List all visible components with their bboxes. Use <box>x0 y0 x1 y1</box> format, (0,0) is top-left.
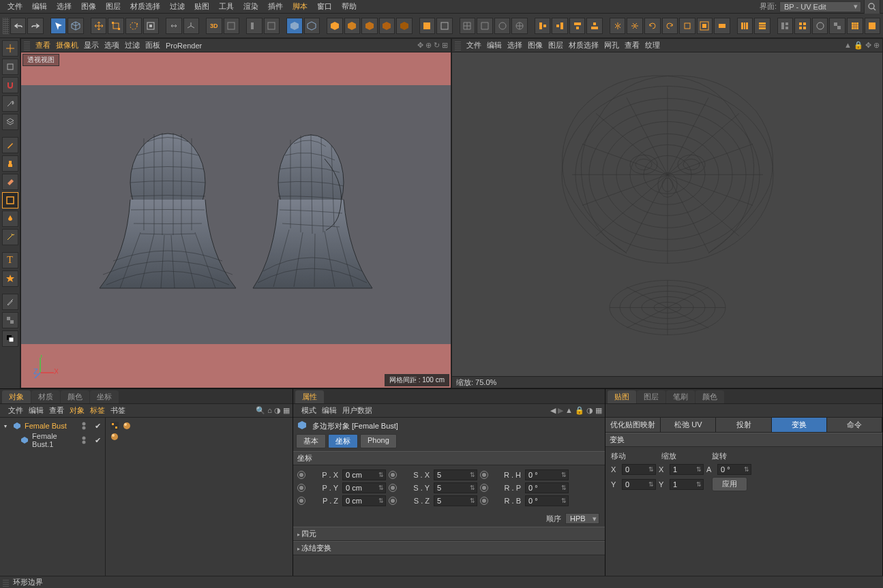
lt-layers-icon[interactable] <box>2 114 18 130</box>
field-move-y[interactable]: 0 <box>622 479 656 490</box>
prim-icon-5[interactable] <box>396 18 413 34</box>
menu-script[interactable]: 脚本 <box>288 1 312 12</box>
menu-texture[interactable]: 贴图 <box>190 1 214 12</box>
perspective-viewport[interactable]: 透视视图 <box>21 52 451 388</box>
search-icon[interactable] <box>864 0 880 15</box>
rotate-cw-icon[interactable] <box>644 18 661 34</box>
tag-list[interactable] <box>105 418 293 576</box>
attr-menu-mode[interactable]: 模式 <box>301 405 316 416</box>
btn-relax[interactable]: 松弛 UV <box>661 418 716 432</box>
align-icon-1[interactable] <box>535 18 551 34</box>
menu-image[interactable]: 图像 <box>76 1 101 12</box>
phong-tag-icon[interactable] <box>122 421 132 431</box>
menu-edit[interactable]: 编辑 <box>27 1 52 12</box>
live-select-icon[interactable] <box>50 18 67 34</box>
vp-grip[interactable] <box>24 41 30 50</box>
obj-search-icon[interactable]: 🔍 <box>256 406 265 415</box>
field-rb[interactable]: 0 ° <box>525 495 569 506</box>
axis-lock-icon[interactable] <box>166 18 182 34</box>
anim-dot[interactable] <box>389 471 397 479</box>
section-freeze[interactable]: 冻结变换 <box>293 541 605 555</box>
grid-icon-4[interactable] <box>511 18 528 34</box>
vp-menu-panel[interactable]: 面板 <box>145 40 160 50</box>
field-sz[interactable]: 5 <box>434 495 477 506</box>
object-enable-icon[interactable]: ✔ <box>95 422 101 431</box>
obj-home-icon[interactable]: ⌂ <box>267 406 272 415</box>
vp-menu-view[interactable]: 查看 <box>35 40 50 50</box>
uv-menu-file[interactable]: 文件 <box>466 40 481 50</box>
scale-icon[interactable] <box>108 18 124 34</box>
object-list[interactable]: ▾ Female Bust ✔ Female Bust.1 ✔ <box>0 418 105 576</box>
grid9-icon[interactable] <box>847 18 863 34</box>
attr-tab-phong[interactable]: Phong <box>360 434 397 448</box>
field-scale-y[interactable]: 1 <box>670 479 704 490</box>
uv-lock-icon[interactable]: 🔒 <box>854 41 863 50</box>
fit-icon-2[interactable] <box>697 18 713 34</box>
lt-checker-icon[interactable] <box>2 312 18 328</box>
object-row[interactable]: Female Bust.1 ✔ <box>3 431 102 449</box>
object-enable-icon[interactable]: ✔ <box>95 436 101 445</box>
prim-icon-2[interactable] <box>344 18 361 34</box>
lt-wand-icon[interactable] <box>2 229 18 245</box>
uv-menu-layer[interactable]: 图层 <box>548 40 563 50</box>
field-rh[interactable]: 0 ° <box>525 469 569 480</box>
lt-drop-icon[interactable] <box>2 211 18 227</box>
rotate-icon[interactable] <box>125 18 142 34</box>
attr-tab-basic[interactable]: 基本 <box>296 434 326 448</box>
menu-help[interactable]: 帮助 <box>337 1 361 12</box>
uv-viewport[interactable] <box>452 52 882 376</box>
uv-grip[interactable] <box>455 41 461 50</box>
layout-dropdown[interactable]: BP - UV Edit <box>779 1 861 12</box>
attr-menu-edit[interactable]: 编辑 <box>322 405 337 416</box>
prim-icon-3[interactable] <box>361 18 378 34</box>
attr-lock-icon[interactable]: 🔒 <box>575 406 584 415</box>
anim-dot[interactable] <box>297 497 305 505</box>
circle-icon[interactable] <box>812 18 828 34</box>
menu-window[interactable]: 窗口 <box>312 1 337 12</box>
align-icon-3[interactable] <box>569 18 586 34</box>
uvw-tag-icon[interactable] <box>110 421 119 431</box>
tab-texture[interactable]: 贴图 <box>608 390 636 403</box>
tab-objects[interactable]: 对象 <box>2 390 31 403</box>
attr-menu-icon[interactable]: ▦ <box>595 406 602 415</box>
obj-eye-icon[interactable]: ◑ <box>274 406 281 415</box>
uv-icon-1[interactable]: ▲ <box>844 41 852 50</box>
menu-select[interactable]: 选择 <box>52 1 76 12</box>
lt-move-icon[interactable] <box>2 40 18 57</box>
btn-optimize[interactable]: 优化贴图映射 <box>605 418 661 432</box>
anim-dot[interactable] <box>389 497 397 505</box>
object-name[interactable]: Female Bust.1 <box>32 432 78 448</box>
tab-colors[interactable]: 颜色 <box>61 390 89 403</box>
uv-icon-4[interactable]: ⊕ <box>873 41 880 50</box>
grid-icon-3[interactable] <box>494 18 511 34</box>
lt-picker-icon[interactable] <box>2 294 18 310</box>
uv-menu-image[interactable]: 图像 <box>528 40 543 50</box>
fit-icon-1[interactable] <box>679 18 695 34</box>
menu-file[interactable]: 文件 <box>3 1 27 12</box>
uv-menu-edit[interactable]: 编辑 <box>487 40 502 50</box>
rotate-ccw-icon[interactable] <box>662 18 678 34</box>
anim-dot[interactable] <box>480 484 488 492</box>
redo-icon[interactable] <box>27 18 44 34</box>
menu-tools[interactable]: 工具 <box>214 1 239 12</box>
object-row[interactable]: ▾ Female Bust ✔ <box>3 420 102 431</box>
fit-icon-3[interactable] <box>714 18 730 34</box>
field-scale-x[interactable]: 1 <box>670 464 704 475</box>
lt-swatch-icon[interactable] <box>2 330 18 347</box>
move-icon[interactable] <box>91 18 107 34</box>
undo-icon[interactable] <box>10 18 27 34</box>
field-sy[interactable]: 5 <box>434 482 477 493</box>
uv-menu-mesh[interactable]: 网孔 <box>604 40 619 50</box>
vp-menu-display[interactable]: 显示 <box>84 40 99 50</box>
vp-menu-prorender[interactable]: ProRender <box>166 42 202 50</box>
tool-icon-3[interactable] <box>246 18 263 34</box>
lt-stamp-icon[interactable] <box>2 155 18 172</box>
field-move-x[interactable]: 0 <box>622 464 656 475</box>
checker-icon[interactable] <box>829 18 845 34</box>
obj-menu-view[interactable]: 查看 <box>49 405 64 416</box>
render-icon-1[interactable] <box>286 18 303 34</box>
lt-edit-icon[interactable] <box>2 59 18 75</box>
obj-menu-objects[interactable]: 对象 <box>70 405 85 416</box>
tab-materials[interactable]: 材质 <box>31 390 60 403</box>
prim-icon-1[interactable] <box>327 18 343 34</box>
